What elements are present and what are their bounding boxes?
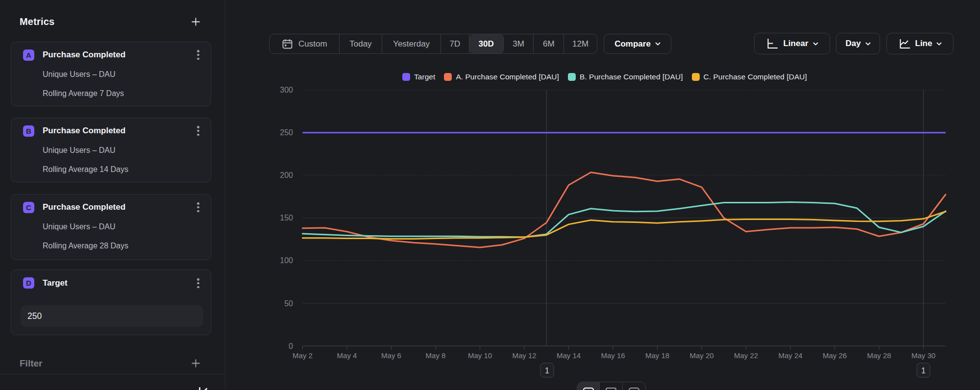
svg-text:150: 150 bbox=[280, 214, 293, 222]
svg-text:May 4: May 4 bbox=[337, 351, 357, 360]
svg-text:May 22: May 22 bbox=[734, 351, 758, 360]
svg-text:May 28: May 28 bbox=[867, 351, 891, 360]
svg-text:300: 300 bbox=[280, 86, 293, 94]
svg-text:1: 1 bbox=[921, 366, 926, 375]
svg-text:May 2: May 2 bbox=[293, 351, 313, 360]
svg-text:May 6: May 6 bbox=[381, 351, 401, 360]
svg-text:May 30: May 30 bbox=[911, 351, 935, 360]
svg-text:1: 1 bbox=[545, 366, 549, 375]
svg-text:250: 250 bbox=[280, 128, 293, 137]
svg-text:May 10: May 10 bbox=[468, 351, 492, 360]
svg-text:May 20: May 20 bbox=[689, 351, 713, 360]
svg-text:May 14: May 14 bbox=[557, 351, 581, 360]
svg-text:May 26: May 26 bbox=[823, 351, 847, 360]
svg-text:May 24: May 24 bbox=[778, 351, 802, 360]
svg-text:May 12: May 12 bbox=[512, 351, 536, 360]
svg-text:May 8: May 8 bbox=[426, 351, 446, 360]
svg-text:200: 200 bbox=[280, 171, 293, 179]
svg-text:May 16: May 16 bbox=[601, 351, 625, 360]
svg-text:May 18: May 18 bbox=[645, 351, 669, 360]
svg-text:100: 100 bbox=[280, 256, 293, 265]
svg-text:50: 50 bbox=[284, 299, 293, 308]
svg-text:0: 0 bbox=[289, 342, 293, 350]
